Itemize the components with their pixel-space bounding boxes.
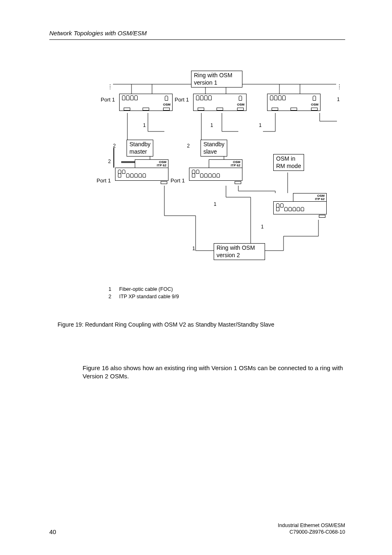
osm-itp62-label: OSM ITP 62: [231, 161, 240, 167]
standby-master-text: Standby master: [129, 141, 150, 155]
osm-itp62-label: OSM ITP 62: [157, 161, 166, 167]
osm-rm-mode-label: OSM in RM mode: [273, 154, 304, 171]
osm-rm-mode-text: OSM in RM mode: [276, 155, 301, 169]
callout-2c: 2: [187, 143, 190, 149]
standby-slave-text: Standby slave: [203, 141, 224, 155]
legend-num-1: 1: [108, 286, 119, 293]
callout-2a: 2: [113, 143, 116, 149]
footer-line2: C79000-Z8976-C068-10: [278, 529, 345, 535]
port1-label-4: Port 1: [171, 177, 185, 184]
page-number: 40: [49, 528, 56, 535]
network-diagram: Ring with OSM version 1 Port 1 OSM Port …: [49, 74, 345, 292]
callout-1d: 1: [214, 201, 217, 207]
body-paragraph: Figure 16 also shows how an existing rin…: [83, 364, 346, 381]
osm-itp62-label: OSM ITP 62: [315, 194, 325, 201]
osm-label: OSM: [311, 103, 318, 106]
page-header: Network Topologies with OSM/ESM: [49, 30, 147, 37]
legend-row-1: 1 Fiber-optic cable (FOC): [108, 286, 179, 293]
legend-text-2: ITP XP standard cable 9/9: [119, 293, 179, 301]
callout-2b: 2: [108, 159, 111, 164]
header-rule: [49, 39, 345, 40]
callout-1e: 1: [261, 224, 264, 230]
callout-1b: 1: [210, 122, 213, 128]
osm-label: OSM: [163, 103, 171, 106]
osm-label: OSM: [237, 103, 244, 106]
ring1-label: Ring with OSM version 1: [191, 71, 242, 88]
standby-master-label: Standby master: [127, 140, 153, 157]
port1-label-3: Port 1: [97, 177, 111, 184]
footer-line1: Industrial Ethernet OSM/ESM: [278, 522, 345, 529]
legend-text-1: Fiber-optic cable (FOC): [119, 286, 173, 293]
osm-v1-module-2: OSM: [193, 94, 247, 111]
callout-1-right: 1: [337, 97, 340, 102]
callout-1f: 1: [192, 246, 195, 251]
osm-v2-standby-slave: OSM ITP 62: [189, 159, 242, 184]
legend-row-2: 2 ITP XP standard cable 9/9: [108, 293, 179, 301]
port1-label-1: Port 1: [101, 97, 115, 103]
osm-v2-rm-mode: OSM ITP 62: [273, 193, 327, 218]
port1-label-2: Port 1: [175, 97, 189, 103]
ring2-label: Ring with OSM version 2: [214, 243, 265, 260]
legend-num-2: 2: [108, 293, 119, 301]
standby-slave-label: Standby slave: [201, 140, 227, 157]
footer-right: Industrial Ethernet OSM/ESM C79000-Z8976…: [278, 522, 345, 536]
ring2-label-text: Ring with OSM version 2: [217, 244, 255, 258]
figure-caption: Figure 19: Redundant Ring Coupling with …: [58, 321, 274, 328]
callout-1c: 1: [259, 122, 262, 128]
legend: 1 Fiber-optic cable (FOC) 2 ITP XP stand…: [108, 286, 179, 300]
ring1-label-text: Ring with OSM version 1: [194, 72, 232, 86]
callout-1a: 1: [143, 122, 146, 128]
osm-v1-module-3: OSM: [267, 94, 321, 111]
osm-v2-standby-master: OSM ITP 62: [115, 159, 168, 184]
osm-v1-module-1: OSM: [119, 94, 173, 111]
